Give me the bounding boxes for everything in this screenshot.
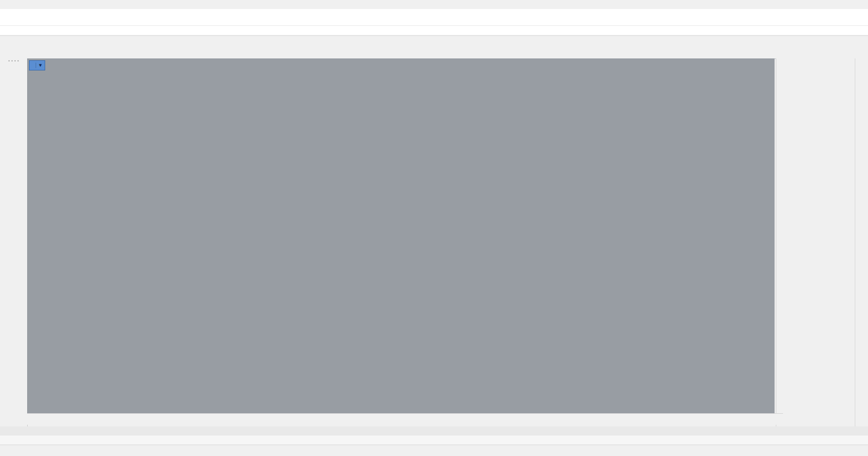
chevron-down-icon[interactable]: ▼	[36, 63, 43, 68]
toolbar-grip[interactable]	[0, 58, 27, 63]
left-toolbar	[0, 58, 28, 426]
menu-bar	[0, 0, 868, 9]
viewport-tab-bar	[27, 413, 783, 425]
command-history-line	[0, 19, 868, 25]
bottom-tab-bar	[0, 426, 868, 436]
viewport-title-menu[interactable]: ▼	[29, 60, 45, 70]
side-tab-strip	[855, 58, 868, 426]
rhino-window: ▼	[0, 0, 868, 456]
front-viewport[interactable]	[27, 58, 775, 413]
strip-gear-bottom-icon[interactable]	[855, 411, 868, 425]
status-bar	[0, 445, 868, 456]
osnap-row	[0, 436, 868, 445]
command-history[interactable]	[0, 9, 868, 36]
command-prompt-input[interactable]	[0, 25, 868, 33]
toolbar-icon-row	[0, 46, 868, 59]
toolbar-tab-bar	[0, 36, 868, 46]
hull-wireframe-canvas[interactable]	[27, 58, 775, 413]
strip-gear-icon[interactable]	[855, 58, 868, 73]
properties-panel	[776, 58, 855, 426]
command-history-line	[0, 12, 868, 19]
